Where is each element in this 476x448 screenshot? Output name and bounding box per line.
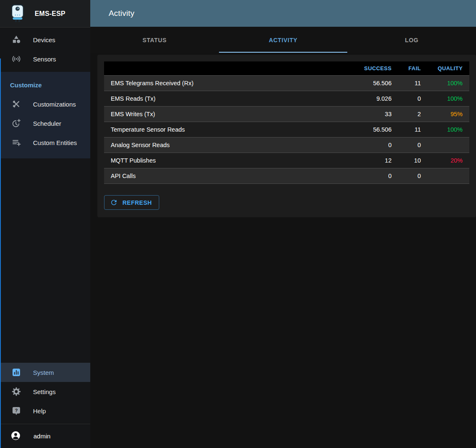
user-label: admin xyxy=(33,433,51,440)
sidebar-item-label: Scheduler xyxy=(33,120,61,127)
row-quality: 95% xyxy=(428,107,469,122)
row-success: 56.506 xyxy=(348,122,398,137)
row-success: 0 xyxy=(348,137,398,153)
table-row: MQTT Publishes121020% xyxy=(104,153,469,168)
boiler-logo-icon xyxy=(10,4,25,23)
sidebar-item-customizations[interactable]: Customizations xyxy=(0,94,90,114)
sidebar-header: EMS-ESP xyxy=(0,0,90,28)
sidebar-item-devices[interactable]: Devices xyxy=(0,30,90,49)
row-name: API Calls xyxy=(104,168,348,184)
row-name: EMS Telegrams Received (Rx) xyxy=(104,76,348,91)
tab-bar: STATUS ACTIVITY LOG xyxy=(90,27,476,53)
table-row: Temperature Sensor Reads56.50611100% xyxy=(104,122,469,137)
row-fail: 0 xyxy=(398,137,428,153)
sidebar: EMS-ESP Devices xyxy=(0,0,90,448)
analytics-icon xyxy=(11,367,21,377)
refresh-button-label: REFRESH xyxy=(122,199,152,206)
sidebar-item-scheduler[interactable]: Scheduler xyxy=(0,114,90,133)
row-quality: 100% xyxy=(428,76,469,91)
table-row: Analog Sensor Reads00 xyxy=(104,137,469,153)
table-row: EMS Telegrams Received (Rx)56.50611100% xyxy=(104,76,469,91)
row-quality xyxy=(428,168,469,184)
column-header-fail: FAIL xyxy=(398,61,428,76)
column-header-quality: QUALITY xyxy=(428,61,469,76)
row-fail: 0 xyxy=(398,91,428,107)
table-row: EMS Writes (Tx)33295% xyxy=(104,107,469,122)
row-success: 33 xyxy=(348,107,398,122)
sidebar-item-settings[interactable]: Settings xyxy=(0,382,90,401)
sidebar-item-label: Customizations xyxy=(33,101,76,108)
row-fail: 11 xyxy=(398,76,428,91)
activity-table-header: SUCCESS FAIL QUALITY xyxy=(104,61,469,76)
gear-icon xyxy=(11,387,21,397)
sidebar-item-label: Sensors xyxy=(33,56,56,63)
row-name: EMS Reads (Tx) xyxy=(104,91,348,107)
svg-text:?: ? xyxy=(15,408,18,413)
sidebar-scrollbar[interactable] xyxy=(0,59,1,448)
clock-add-icon xyxy=(11,118,21,128)
row-success: 12 xyxy=(348,153,398,168)
customize-section: Customize Customizations xyxy=(0,72,90,158)
ems-esp-app: EMS-ESP Devices xyxy=(0,0,476,448)
main-area: Activity STATUS ACTIVITY LOG SUCCESS FAI… xyxy=(90,0,476,448)
row-quality: 100% xyxy=(428,122,469,137)
page-title: Activity xyxy=(109,9,135,18)
row-name: Temperature Sensor Reads xyxy=(104,122,348,137)
refresh-button[interactable]: REFRESH xyxy=(104,195,159,210)
sidebar-item-sensors[interactable]: Sensors xyxy=(0,49,90,69)
sidebar-item-system[interactable]: System xyxy=(0,363,90,382)
sidebar-item-custom-entities[interactable]: Custom Entities xyxy=(0,133,90,152)
sidebar-spacer xyxy=(0,158,90,363)
activity-table-body: EMS Telegrams Received (Rx)56.50611100%E… xyxy=(104,76,469,184)
topbar: Activity xyxy=(90,0,476,27)
sidebar-item-label: Help xyxy=(33,407,46,415)
app-title: EMS-ESP xyxy=(35,10,65,18)
sidebar-user-admin[interactable]: admin xyxy=(0,424,90,448)
table-row: EMS Reads (Tx)9.0260100% xyxy=(104,91,469,107)
sidebar-item-label: System xyxy=(33,369,54,376)
row-success: 56.506 xyxy=(348,76,398,91)
sidebar-item-label: Custom Entities xyxy=(33,139,77,146)
tab-log[interactable]: LOG xyxy=(347,27,476,53)
help-icon: ? xyxy=(11,406,21,416)
customize-section-header: Customize xyxy=(0,72,90,94)
row-quality: 20% xyxy=(428,153,469,168)
sidebar-item-label: Devices xyxy=(33,36,55,43)
playlist-add-icon xyxy=(11,137,21,148)
row-name: MQTT Publishes xyxy=(104,153,348,168)
row-fail: 0 xyxy=(398,168,428,184)
row-name: EMS Writes (Tx) xyxy=(104,107,348,122)
sidebar-nav-bottom: System xyxy=(0,363,90,424)
sidebar-item-help[interactable]: ? Help xyxy=(0,401,90,420)
row-name: Analog Sensor Reads xyxy=(104,137,348,153)
sensors-icon xyxy=(11,54,21,64)
row-quality xyxy=(428,137,469,153)
row-success: 0 xyxy=(348,168,398,184)
row-quality: 100% xyxy=(428,91,469,107)
row-success: 9.026 xyxy=(348,91,398,107)
sidebar-item-label: Settings xyxy=(33,388,56,395)
construction-icon xyxy=(11,99,21,109)
sidebar-nav-top: Devices Sensors xyxy=(0,28,90,69)
account-icon xyxy=(10,430,21,442)
table-row: API Calls00 xyxy=(104,168,469,184)
row-fail: 10 xyxy=(398,153,428,168)
row-fail: 2 xyxy=(398,107,428,122)
tab-status[interactable]: STATUS xyxy=(90,27,219,53)
activity-card: SUCCESS FAIL QUALITY EMS Telegrams Recei… xyxy=(97,55,476,217)
column-header-name xyxy=(104,61,348,76)
tab-activity[interactable]: ACTIVITY xyxy=(219,27,348,53)
column-header-success: SUCCESS xyxy=(348,61,398,76)
activity-table: SUCCESS FAIL QUALITY EMS Telegrams Recei… xyxy=(104,61,469,184)
row-fail: 11 xyxy=(398,122,428,137)
category-icon xyxy=(11,35,21,45)
refresh-icon xyxy=(110,199,118,206)
